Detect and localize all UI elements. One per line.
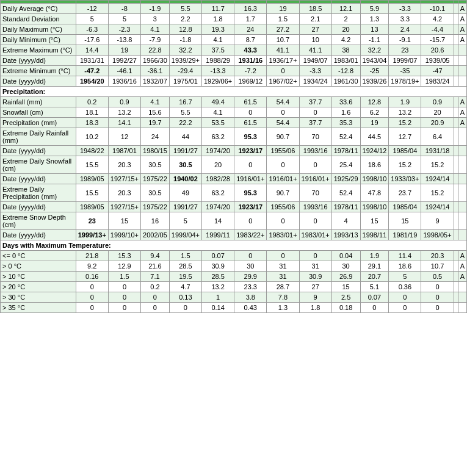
table-cell: 4.1	[202, 35, 234, 45]
table-cell: 1932/07	[141, 76, 170, 87]
table-cell: 1992/27	[108, 56, 140, 66]
table-cell: 15	[331, 282, 360, 292]
table-cell: 0	[234, 156, 267, 174]
table-cell: 0	[299, 212, 331, 230]
table-cell: 27	[299, 282, 331, 292]
table-cell: 14	[202, 212, 234, 230]
table-cell: 2.2	[169, 14, 201, 24]
table-cell: 15	[389, 212, 421, 230]
table-cell: 18.5	[299, 4, 331, 14]
row-label: Extreme Daily Rainfall (mm)	[1, 128, 76, 146]
table-cell: 18.1	[76, 107, 108, 118]
table-cell: 0	[267, 156, 299, 174]
table-cell: -46.1	[108, 66, 140, 76]
table-cell: 22.8	[141, 45, 170, 56]
table-cell: -3.3	[389, 4, 421, 14]
row-label: Date (yyyy/dd)	[1, 76, 76, 87]
table-cell: 1929/06+	[202, 76, 234, 87]
table-cell: 61.5	[234, 118, 267, 128]
table-cell	[454, 146, 458, 156]
table-cell: 18.6	[360, 156, 389, 174]
table-cell: 23.7	[389, 184, 421, 202]
table-cell: 20	[331, 24, 360, 35]
table-cell: 20.3	[421, 251, 454, 261]
table-cell: 1998/05+	[421, 230, 454, 240]
table-cell	[454, 174, 458, 184]
table-cell: 0.9	[108, 97, 140, 107]
table-cell	[458, 202, 466, 212]
table-cell: 0	[421, 282, 454, 292]
table-cell: 14.1	[108, 118, 140, 128]
table-cell: 1974/20	[202, 202, 234, 212]
table-cell: 15.5	[76, 184, 108, 202]
table-cell: A	[458, 4, 466, 14]
table-cell: 35.3	[331, 118, 360, 128]
table-cell: 7.8	[267, 292, 299, 303]
table-cell: 1939/29+	[169, 56, 201, 66]
row-label: Extreme Minimum (°C)	[1, 66, 76, 76]
table-cell: 31	[267, 261, 299, 272]
table-cell: 1.8	[299, 303, 331, 313]
table-cell: 1983/01	[331, 56, 360, 66]
row-label: Date (yyyy/dd)	[1, 56, 76, 66]
table-cell: 2.5	[331, 292, 360, 303]
table-cell: 32.2	[360, 45, 389, 56]
table-cell: -6.3	[76, 24, 108, 35]
table-cell: 0	[76, 282, 108, 292]
table-cell: 1988/29	[202, 56, 234, 66]
table-cell	[454, 230, 458, 240]
table-cell: 1.3	[267, 303, 299, 313]
table-cell: 1983/01+	[267, 230, 299, 240]
table-cell	[454, 24, 458, 35]
table-cell: 43.3	[234, 45, 267, 56]
table-cell: 1.5	[169, 251, 201, 261]
row-label: <= 0 °C	[1, 251, 76, 261]
table-cell: 95.3	[234, 128, 267, 146]
table-cell: 1978/11	[331, 146, 360, 156]
table-cell: 1924/12	[360, 146, 389, 156]
table-cell: 1967/02+	[267, 76, 299, 87]
table-cell	[454, 76, 458, 87]
table-cell: 52.4	[331, 128, 360, 146]
table-cell: 0	[360, 303, 389, 313]
table-cell: 1993/13	[331, 230, 360, 240]
table-cell	[458, 45, 466, 56]
table-cell: 1939/26	[360, 76, 389, 87]
climate-table: Daily Average (°C)-12-8-1.95.511.716.319…	[0, 0, 467, 313]
table-cell: 1969/12	[234, 76, 267, 87]
table-cell: 20.3	[108, 184, 140, 202]
table-cell: 13	[360, 24, 389, 35]
table-cell: 29.1	[360, 261, 389, 272]
table-cell: 33.6	[331, 97, 360, 107]
table-cell: 9	[421, 212, 454, 230]
table-cell: 1989/05	[76, 202, 108, 212]
table-cell: -10.1	[421, 4, 454, 14]
table-cell: 63.2	[202, 128, 234, 146]
table-cell: -4.4	[421, 24, 454, 35]
table-cell: 0	[389, 303, 421, 313]
table-cell: 5	[389, 272, 421, 282]
table-cell: 13.2	[389, 107, 421, 118]
table-cell: 5.1	[360, 282, 389, 292]
table-cell	[458, 66, 466, 76]
table-cell: A	[458, 35, 466, 45]
table-cell: 0.2	[141, 282, 170, 292]
table-cell: 2.4	[389, 24, 421, 35]
table-cell: 1.8	[202, 14, 234, 24]
table-cell: 1948/22	[76, 146, 108, 156]
table-cell: 19	[108, 45, 140, 56]
table-cell: 37.7	[299, 118, 331, 128]
table-cell: -3.3	[299, 66, 331, 76]
table-cell: 13.2	[202, 282, 234, 292]
table-cell: 1.5	[108, 272, 140, 282]
table-cell: 90.7	[267, 184, 299, 202]
table-cell: 23	[76, 212, 108, 230]
table-cell: -8	[108, 4, 140, 14]
table-cell: 30.5	[141, 184, 170, 202]
table-cell: 32.2	[169, 45, 201, 56]
table-cell: 1931/16	[234, 56, 267, 66]
table-cell: -2.3	[108, 24, 140, 35]
table-cell: 30.9	[299, 272, 331, 282]
table-cell	[454, 156, 458, 174]
table-cell: -7.9	[141, 35, 170, 45]
